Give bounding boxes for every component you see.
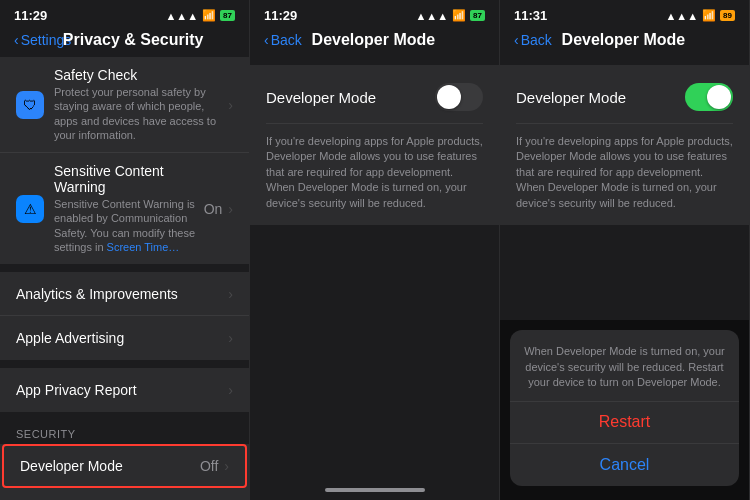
dev-mode-screen-2: Developer Mode If you're developing apps…	[250, 57, 499, 480]
analytics-chevron: ›	[228, 286, 233, 302]
phone-3: 11:31 ▲▲▲ 📶 89 ‹ Back Developer Mode Dev…	[500, 0, 750, 500]
battery-1: 87	[220, 10, 235, 21]
apple-advertising-chevron: ›	[228, 330, 233, 346]
settings-scroll-1[interactable]: 🛡 Safety Check Protect your personal saf…	[0, 57, 249, 500]
signal-icon-1: ▲▲▲	[165, 10, 198, 22]
dialog-restart-button[interactable]: Restart	[510, 401, 739, 444]
dev-mode-toggle-label-3: Developer Mode	[516, 89, 626, 106]
analytics-content: Analytics & Improvements	[16, 286, 228, 302]
status-icons-2: ▲▲▲ 📶 87	[415, 9, 485, 22]
status-time-2: 11:29	[264, 8, 297, 23]
safety-check-title: Safety Check	[54, 67, 228, 83]
developer-mode-value: Off	[200, 458, 218, 474]
developer-mode-title: Developer Mode	[20, 458, 200, 474]
toggle-row-2: Developer Mode	[266, 79, 483, 124]
safety-check-item[interactable]: 🛡 Safety Check Protect your personal saf…	[0, 57, 249, 153]
screen-time-link[interactable]: Screen Time…	[107, 241, 180, 253]
home-bar-2	[325, 488, 425, 492]
wifi-icon-2: 📶	[452, 9, 466, 22]
signal-icon-2: ▲▲▲	[415, 10, 448, 22]
apple-advertising-content: Apple Advertising	[16, 330, 228, 346]
apple-advertising-title: Apple Advertising	[16, 330, 228, 346]
sensitive-content-item[interactable]: ⚠ Sensitive Content Warning Sensitive Co…	[0, 153, 249, 264]
app-privacy-report-content: App Privacy Report	[16, 382, 228, 398]
nav-header-1: ‹ Settings Privacy & Security	[0, 27, 249, 57]
developer-mode-chevron: ›	[224, 458, 229, 474]
developer-mode-item[interactable]: Developer Mode Off ›	[2, 444, 247, 488]
analytics-title: Analytics & Improvements	[16, 286, 228, 302]
separator-2	[0, 360, 249, 368]
app-privacy-report-item[interactable]: App Privacy Report ›	[0, 368, 249, 412]
back-chevron-1: ‹	[14, 32, 19, 48]
nav-title-1: Privacy & Security	[31, 31, 235, 49]
dev-mode-description-2: If you're developing apps for Apple prod…	[266, 124, 483, 211]
status-bar-1: 11:29 ▲▲▲ 📶 87	[0, 0, 249, 27]
developer-mode-content: Developer Mode	[20, 458, 200, 474]
wifi-icon-1: 📶	[202, 9, 216, 22]
signal-icon-3: ▲▲▲	[665, 10, 698, 22]
phone-1: 11:29 ▲▲▲ 📶 87 ‹ Settings Privacy & Secu…	[0, 0, 250, 500]
separator-3	[0, 412, 249, 420]
separator-1	[0, 264, 249, 272]
group-2: Analytics & Improvements › Apple Adverti…	[0, 272, 249, 360]
security-group: Developer Mode Off › Lockdown Mode Off ›	[0, 444, 249, 500]
dialog-message-3: When Developer Mode is turned on, your d…	[510, 330, 739, 400]
safety-check-chevron: ›	[228, 97, 233, 113]
dev-mode-description-3: If you're developing apps for Apple prod…	[516, 124, 733, 211]
safety-check-content: Safety Check Protect your personal safet…	[54, 67, 228, 142]
app-privacy-report-title: App Privacy Report	[16, 382, 228, 398]
dev-mode-toggle-2[interactable]	[435, 83, 483, 111]
apple-advertising-item[interactable]: Apple Advertising ›	[0, 316, 249, 360]
sensitive-content-chevron: ›	[228, 201, 233, 217]
sensitive-content-content: Sensitive Content Warning Sensitive Cont…	[54, 163, 204, 254]
status-bar-3: 11:31 ▲▲▲ 📶 89	[500, 0, 749, 27]
lockdown-mode-item[interactable]: Lockdown Mode Off ›	[0, 488, 249, 500]
toggle-knob-3	[707, 85, 731, 109]
dev-mode-toggle-3[interactable]	[685, 83, 733, 111]
nav-header-3: ‹ Back Developer Mode	[500, 27, 749, 57]
status-time-3: 11:31	[514, 8, 547, 23]
sensitive-content-value: On	[204, 201, 223, 217]
status-icons-3: ▲▲▲ 📶 89	[665, 9, 735, 22]
battery-3: 89	[720, 10, 735, 21]
security-section-label: SECURITY	[0, 420, 249, 444]
wifi-icon-3: 📶	[702, 9, 716, 22]
dev-mode-toggle-label-2: Developer Mode	[266, 89, 376, 106]
sensitive-content-subtitle: Sensitive Content Warning is enabled by …	[54, 197, 204, 254]
analytics-item[interactable]: Analytics & Improvements ›	[0, 272, 249, 316]
dev-mode-card-2: Developer Mode If you're developing apps…	[250, 65, 499, 225]
status-icons-1: ▲▲▲ 📶 87	[165, 9, 235, 22]
dialog-cancel-button[interactable]: Cancel	[510, 444, 739, 486]
sensitive-content-title: Sensitive Content Warning	[54, 163, 204, 195]
nav-header-2: ‹ Back Developer Mode	[250, 27, 499, 57]
status-time-1: 11:29	[14, 8, 47, 23]
toggle-knob-2	[437, 85, 461, 109]
safety-check-subtitle: Protect your personal safety by staying …	[54, 85, 228, 142]
sensitive-content-icon: ⚠	[16, 195, 44, 223]
home-indicator-2	[250, 480, 499, 500]
status-bar-2: 11:29 ▲▲▲ 📶 87	[250, 0, 499, 27]
dev-mode-card-3: Developer Mode If you're developing apps…	[500, 65, 749, 225]
battery-2: 87	[470, 10, 485, 21]
dialog-box-3: When Developer Mode is turned on, your d…	[510, 330, 739, 486]
app-privacy-report-chevron: ›	[228, 382, 233, 398]
dialog-overlay-3: When Developer Mode is turned on, your d…	[500, 320, 749, 500]
safety-check-icon: 🛡	[16, 91, 44, 119]
phone-2: 11:29 ▲▲▲ 📶 87 ‹ Back Developer Mode Dev…	[250, 0, 500, 500]
group-1: 🛡 Safety Check Protect your personal saf…	[0, 57, 249, 264]
toggle-row-3: Developer Mode	[516, 79, 733, 124]
group-3: App Privacy Report ›	[0, 368, 249, 412]
nav-title-2: Developer Mode	[262, 31, 485, 49]
nav-title-3: Developer Mode	[512, 31, 735, 49]
